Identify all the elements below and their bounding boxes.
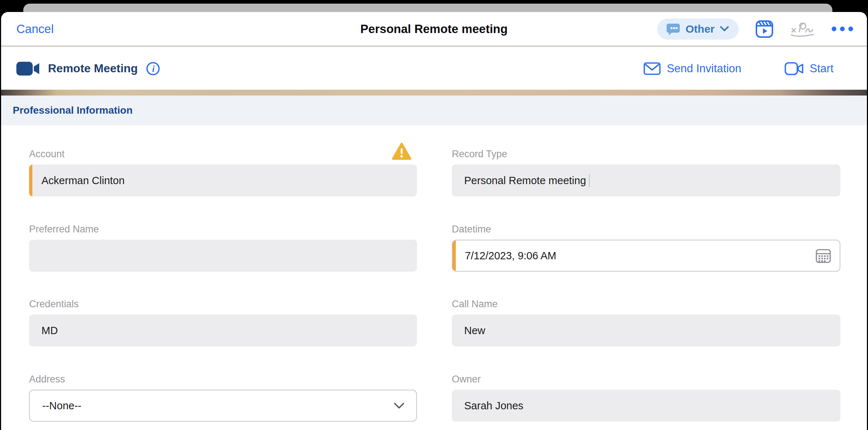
start-meeting-button[interactable]: Start [784, 61, 833, 76]
account-input[interactable]: Ackerman Clinton [29, 165, 417, 196]
page-title: Personal Remote meeting [360, 12, 507, 46]
more-options-button[interactable] [831, 24, 854, 33]
brand-gradient-strip [1, 90, 867, 96]
start-meeting-label: Start [810, 62, 833, 75]
chevron-down-icon [394, 402, 405, 409]
field-credentials: Credentials MD [29, 298, 417, 346]
send-invitation-button[interactable]: Send Invitation [643, 62, 741, 76]
signature-icon[interactable] [790, 20, 814, 38]
video-camera-outline-icon [784, 61, 804, 76]
record-type-value: Personal Remote meeting [452, 175, 586, 187]
field-record-type: Record Type Personal Remote meeting [452, 148, 840, 196]
record-type-other-dropdown[interactable]: Other [657, 19, 739, 40]
datetime-input[interactable]: 7/12/2023, 9:06 AM [452, 240, 840, 272]
modal-sheet: Cancel Personal Remote meeting Other [1, 12, 867, 430]
field-address: Address --None-- [29, 373, 417, 422]
text-cursor [589, 174, 590, 187]
record-type-input[interactable]: Personal Remote meeting [452, 165, 840, 196]
owner-label: Owner [452, 373, 840, 385]
meeting-header-actions: Send Invitation Start [643, 61, 867, 76]
envelope-icon [643, 62, 661, 76]
address-label: Address [29, 373, 417, 385]
meeting-type-title: Remote Meeting [48, 62, 138, 75]
record-type-label: Record Type [452, 148, 840, 160]
chat-bubble-icon [667, 22, 680, 36]
credentials-input[interactable]: MD [29, 315, 417, 346]
field-owner: Owner Sarah Jones [452, 373, 840, 422]
field-preferred-name: Preferred Name [29, 223, 417, 272]
credentials-label: Credentials [29, 298, 417, 310]
field-account: Account Ackerman Clinton [29, 148, 417, 196]
cancel-button[interactable]: Cancel [16, 12, 54, 46]
required-accent-bar [453, 240, 456, 271]
chevron-down-icon [720, 26, 729, 32]
section-header: Professional Information [1, 96, 867, 125]
warning-icon[interactable] [392, 142, 411, 161]
call-name-value: New [452, 325, 485, 337]
video-reels-icon[interactable] [755, 20, 773, 38]
field-datetime: Datetime 7/12/2023, 9:06 AM [452, 223, 840, 272]
preferred-name-input[interactable] [29, 240, 417, 272]
account-label: Account [29, 148, 417, 160]
screen: Cancel Personal Remote meeting Other [0, 0, 868, 430]
nav-actions: Other [657, 12, 854, 46]
account-value: Ackerman Clinton [29, 175, 125, 187]
call-name-label: Call Name [452, 298, 840, 310]
calendar-icon[interactable] [815, 247, 832, 264]
meeting-header-row: Remote Meeting i Send I [1, 47, 867, 90]
field-call-name: Call Name New [452, 298, 840, 346]
video-camera-icon [16, 60, 40, 77]
datetime-label: Datetime [452, 223, 840, 235]
preferred-name-label: Preferred Name [29, 223, 417, 235]
credentials-value: MD [29, 325, 58, 337]
owner-input[interactable]: Sarah Jones [452, 390, 840, 422]
section-title: Professional Information [13, 105, 133, 116]
required-accent-bar [29, 165, 32, 196]
other-dropdown-label: Other [686, 23, 715, 35]
owner-value: Sarah Jones [452, 400, 523, 412]
datetime-value: 7/12/2023, 9:06 AM [453, 250, 556, 262]
top-nav-bar: Cancel Personal Remote meeting Other [1, 12, 867, 46]
address-value: --None-- [30, 400, 81, 412]
meeting-header-left: Remote Meeting i [1, 60, 160, 77]
call-name-input[interactable]: New [452, 315, 840, 346]
info-icon[interactable]: i [146, 61, 160, 76]
address-select[interactable]: --None-- [29, 390, 417, 422]
send-invitation-label: Send Invitation [667, 62, 741, 75]
svg-text:i: i [152, 64, 155, 73]
